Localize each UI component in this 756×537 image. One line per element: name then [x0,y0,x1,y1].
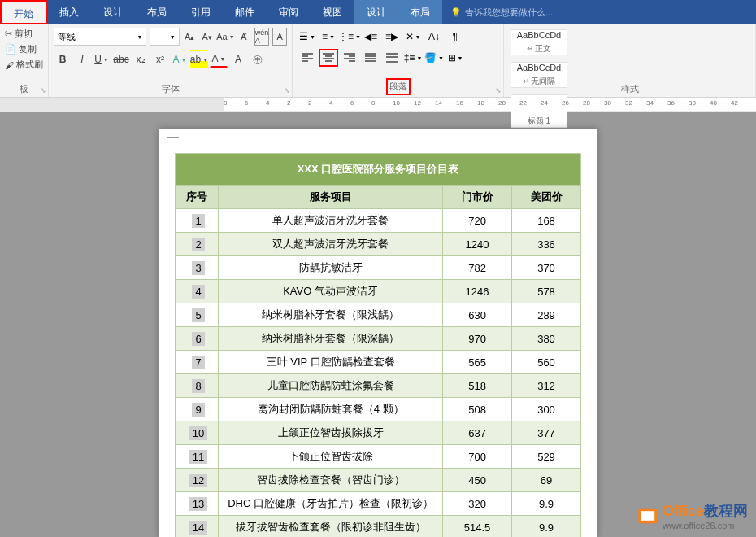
cell-service[interactable]: 窝沟封闭防龋防蛀套餐（4 颗） [219,398,443,421]
multilevel-list-button[interactable]: ⋮≡▼ [340,28,359,46]
cell-price2[interactable]: 377 [512,421,581,445]
cell-price1[interactable]: 720 [443,209,512,233]
font-size-select[interactable]: ▼ [150,28,179,46]
decrease-indent-button[interactable]: ◀≡ [361,28,380,46]
tab-start[interactable]: 开始 [0,0,47,24]
cell-service[interactable]: 防龋抗敏洁牙 [219,256,443,280]
cell-price2[interactable]: 69 [512,469,581,492]
tab-layout[interactable]: 布局 [135,0,179,24]
superscript-button[interactable]: x² [151,50,169,68]
format-painter-button[interactable]: 🖌 格式刷 [5,57,43,72]
clipboard-expand-icon[interactable]: ⤡ [40,86,46,94]
decrease-font-button[interactable]: A▾ [200,28,214,46]
table-row[interactable]: 3 防龋抗敏洁牙 782 370 [176,256,581,280]
bold-button[interactable]: B [54,50,72,68]
table-row[interactable]: 2 双人超声波洁牙洗牙套餐 1240 336 [176,233,581,256]
cell-service[interactable]: DHC 口腔健康（牙齿拍片）检查（限初诊） [219,492,443,516]
cell-price1[interactable]: 970 [443,327,512,351]
cell-price2[interactable]: 300 [512,398,581,421]
highlight-button[interactable]: ab▼ [190,50,208,68]
numbering-button[interactable]: ≡▼ [319,28,338,46]
cell-price1[interactable]: 565 [443,351,512,374]
shading-button[interactable]: 🪣▼ [424,49,444,67]
table-row[interactable]: 5 纳米树脂补牙套餐（限浅龋） 630 289 [176,303,581,327]
horizontal-ruler[interactable]: 8642246810121416182022242628303234363840… [224,98,756,111]
cell-price1[interactable]: 450 [443,469,512,492]
table-row[interactable]: 4 KAVO 气动声波洁牙 1246 578 [176,280,581,303]
cut-button[interactable]: ✂ 剪切 [5,26,43,41]
cell-seq[interactable]: 5 [176,303,219,327]
cell-service[interactable]: 双人超声波洁牙洗牙套餐 [219,233,443,256]
cell-service[interactable]: 下颌正位智齿拔除 [219,445,443,469]
cell-service[interactable]: 儿童口腔防龋防蛀涂氟套餐 [219,374,443,398]
cell-service[interactable]: 智齿拔除检查套餐（智齿门诊） [219,469,443,492]
borders-button[interactable]: ⊞▼ [445,49,465,67]
subscript-button[interactable]: x₂ [132,50,150,68]
cell-price1[interactable]: 782 [443,256,512,280]
increase-indent-button[interactable]: ≡▶ [382,28,402,46]
cell-seq[interactable]: 13 [176,492,219,516]
align-distribute-button[interactable] [382,49,402,67]
table-title[interactable]: XXX 口腔医院部分服务项目价目表 [176,154,581,186]
cell-seq[interactable]: 1 [176,209,219,233]
cell-seq[interactable]: 10 [176,421,219,445]
cell-price1[interactable]: 630 [443,303,512,327]
tab-reference[interactable]: 引用 [179,0,223,24]
cell-service[interactable]: 纳米树脂补牙套餐（限深龋） [219,327,443,351]
sort-button[interactable]: A↓ [424,28,444,46]
align-justify-button[interactable] [361,49,380,67]
text-effects-button[interactable]: A▼ [171,50,189,68]
tab-table-design[interactable]: 设计 [354,0,398,24]
cell-seq[interactable]: 14 [176,516,219,538]
cell-price2[interactable]: 336 [512,233,581,256]
cell-price1[interactable]: 700 [443,445,512,469]
cell-service[interactable]: 三叶 VIP 口腔防龋检查套餐 [219,351,443,374]
cell-price1[interactable]: 320 [443,492,512,516]
header-service[interactable]: 服务项目 [219,186,443,209]
cell-seq[interactable]: 7 [176,351,219,374]
enclose-char-button[interactable]: ㊥ [249,50,267,68]
tab-view[interactable]: 视图 [311,0,354,24]
char-shading-button[interactable]: A [229,50,247,68]
asian-layout-button[interactable]: ✕▼ [403,28,423,46]
cell-service[interactable]: 拔牙拔智齿检查套餐（限初诊非阻生齿） [219,516,443,538]
cell-price2[interactable]: 312 [512,374,581,398]
cell-price2[interactable]: 9.9 [512,516,581,538]
cell-price1[interactable]: 518 [443,374,512,398]
cell-seq[interactable]: 2 [176,233,219,256]
cell-price1[interactable]: 1240 [443,233,512,256]
italic-button[interactable]: I [73,50,91,68]
cell-seq[interactable]: 6 [176,327,219,351]
cell-price1[interactable]: 1246 [443,280,512,303]
char-border-button[interactable]: A [272,28,287,46]
cell-price2[interactable]: 9.9 [512,492,581,516]
cell-price2[interactable]: 529 [512,445,581,469]
tab-mail[interactable]: 邮件 [223,0,267,24]
tab-table-layout[interactable]: 布局 [398,0,442,24]
cell-service[interactable]: KAVO 气动声波洁牙 [219,280,443,303]
cell-seq[interactable]: 8 [176,374,219,398]
phonetic-guide-button[interactable]: wénA [254,28,270,46]
cell-price2[interactable]: 289 [512,303,581,327]
cell-service[interactable]: 单人超声波洁牙洗牙套餐 [219,209,443,233]
cell-price1[interactable]: 514.5 [443,516,512,538]
cell-seq[interactable]: 4 [176,280,219,303]
show-marks-button[interactable]: ¶ [445,28,465,46]
cell-service[interactable]: 纳米树脂补牙套餐（限浅龋） [219,303,443,327]
cell-price2[interactable]: 560 [512,351,581,374]
bullets-button[interactable]: ☰▼ [298,28,317,46]
tell-me-search[interactable]: 💡 告诉我您想要做什么... [442,7,561,19]
change-case-button[interactable]: Aa▼ [217,28,233,46]
table-row[interactable]: 10 上颌正位智齿拔除拔牙 637 377 [176,421,581,445]
header-price2[interactable]: 美团价 [512,186,581,209]
cell-price2[interactable]: 578 [512,280,581,303]
cell-seq[interactable]: 3 [176,256,219,280]
copy-button[interactable]: 📄 复制 [5,41,43,57]
table-row[interactable]: 7 三叶 VIP 口腔防龋检查套餐 565 560 [176,351,581,374]
cell-price2[interactable]: 370 [512,256,581,280]
font-expand-icon[interactable]: ⤡ [284,86,290,94]
table-row[interactable]: 14 拔牙拔智齿检查套餐（限初诊非阻生齿） 514.5 9.9 [176,516,581,538]
clear-format-button[interactable]: A̸ [237,28,250,46]
tab-insert[interactable]: 插入 [47,0,91,24]
tab-review[interactable]: 审阅 [267,0,311,24]
